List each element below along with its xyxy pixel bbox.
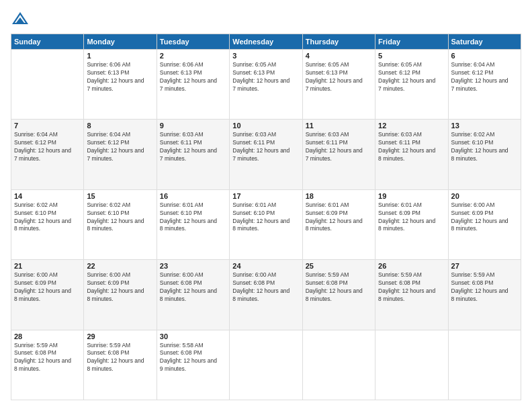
day-cell: 23Sunrise: 6:00 AMSunset: 6:08 PMDayligh… xyxy=(157,260,229,330)
day-info: Sunrise: 5:59 AMSunset: 6:08 PMDaylight:… xyxy=(306,271,372,304)
day-cell: 29Sunrise: 5:59 AMSunset: 6:08 PMDayligh… xyxy=(84,330,157,400)
day-number: 26 xyxy=(378,262,445,270)
day-number: 14 xyxy=(14,192,81,200)
week-row-0: 1Sunrise: 6:06 AMSunset: 6:13 PMDaylight… xyxy=(11,50,521,120)
day-cell: 18Sunrise: 6:01 AMSunset: 6:09 PMDayligh… xyxy=(302,189,375,259)
week-row-3: 21Sunrise: 6:00 AMSunset: 6:09 PMDayligh… xyxy=(11,260,521,330)
day-info: Sunrise: 6:02 AMSunset: 6:10 PMDaylight:… xyxy=(14,201,81,234)
day-info: Sunrise: 6:00 AMSunset: 6:09 PMDaylight:… xyxy=(14,271,81,304)
day-info: Sunrise: 6:00 AMSunset: 6:09 PMDaylight:… xyxy=(451,201,518,234)
day-cell: 10Sunrise: 6:03 AMSunset: 6:11 PMDayligh… xyxy=(230,120,302,189)
day-info: Sunrise: 6:04 AMSunset: 6:12 PMDaylight:… xyxy=(451,61,518,93)
day-number: 18 xyxy=(306,192,372,200)
day-cell: 26Sunrise: 5:59 AMSunset: 6:08 PMDayligh… xyxy=(375,260,448,330)
day-number: 19 xyxy=(378,192,445,200)
day-number: 30 xyxy=(160,332,226,340)
weekday-header-wednesday: Wednesday xyxy=(230,34,302,50)
day-info: Sunrise: 6:00 AMSunset: 6:08 PMDaylight:… xyxy=(160,271,226,304)
day-info: Sunrise: 6:04 AMSunset: 6:12 PMDaylight:… xyxy=(14,131,81,163)
day-cell: 19Sunrise: 6:01 AMSunset: 6:09 PMDayligh… xyxy=(375,189,448,259)
day-cell: 15Sunrise: 6:02 AMSunset: 6:10 PMDayligh… xyxy=(84,189,157,259)
calendar-table: SundayMondayTuesdayWednesdayThursdayFrid… xyxy=(11,34,521,400)
day-number: 13 xyxy=(451,122,518,130)
day-info: Sunrise: 5:59 AMSunset: 6:08 PMDaylight:… xyxy=(378,271,445,304)
day-cell xyxy=(448,330,521,400)
weekday-header-monday: Monday xyxy=(84,34,157,50)
day-info: Sunrise: 6:01 AMSunset: 6:09 PMDaylight:… xyxy=(306,201,372,234)
day-number: 3 xyxy=(232,52,299,60)
day-cell: 20Sunrise: 6:00 AMSunset: 6:09 PMDayligh… xyxy=(448,189,521,259)
day-cell: 6Sunrise: 6:04 AMSunset: 6:12 PMDaylight… xyxy=(448,50,521,120)
day-info: Sunrise: 6:06 AMSunset: 6:13 PMDaylight:… xyxy=(160,61,226,93)
logo-icon xyxy=(11,11,30,27)
day-number: 8 xyxy=(87,122,153,130)
day-info: Sunrise: 6:01 AMSunset: 6:09 PMDaylight:… xyxy=(378,201,445,234)
day-cell: 21Sunrise: 6:00 AMSunset: 6:09 PMDayligh… xyxy=(11,260,84,330)
weekday-header-thursday: Thursday xyxy=(302,34,375,50)
day-cell: 11Sunrise: 6:03 AMSunset: 6:11 PMDayligh… xyxy=(302,120,375,189)
logo xyxy=(11,11,35,27)
day-cell: 14Sunrise: 6:02 AMSunset: 6:10 PMDayligh… xyxy=(11,189,84,259)
day-number: 15 xyxy=(87,192,153,200)
day-number: 10 xyxy=(232,122,299,130)
day-number: 20 xyxy=(451,192,518,200)
day-cell: 4Sunrise: 6:05 AMSunset: 6:13 PMDaylight… xyxy=(302,50,375,120)
day-cell xyxy=(302,330,375,400)
day-number: 4 xyxy=(306,52,372,60)
weekday-header-sunday: Sunday xyxy=(11,34,84,50)
day-info: Sunrise: 6:03 AMSunset: 6:11 PMDaylight:… xyxy=(378,131,445,163)
day-cell: 8Sunrise: 6:04 AMSunset: 6:12 PMDaylight… xyxy=(84,120,157,189)
day-cell: 25Sunrise: 5:59 AMSunset: 6:08 PMDayligh… xyxy=(302,260,375,330)
day-cell: 17Sunrise: 6:01 AMSunset: 6:10 PMDayligh… xyxy=(230,189,302,259)
day-cell xyxy=(375,330,448,400)
day-cell: 13Sunrise: 6:02 AMSunset: 6:10 PMDayligh… xyxy=(448,120,521,189)
day-info: Sunrise: 6:00 AMSunset: 6:09 PMDaylight:… xyxy=(87,271,153,304)
day-cell: 30Sunrise: 5:58 AMSunset: 6:08 PMDayligh… xyxy=(157,330,229,400)
day-info: Sunrise: 6:02 AMSunset: 6:10 PMDaylight:… xyxy=(87,201,153,234)
day-number: 12 xyxy=(378,122,445,130)
day-cell: 16Sunrise: 6:01 AMSunset: 6:10 PMDayligh… xyxy=(157,189,229,259)
day-number: 21 xyxy=(14,262,81,270)
day-info: Sunrise: 6:00 AMSunset: 6:08 PMDaylight:… xyxy=(232,271,299,304)
day-number: 23 xyxy=(160,262,226,270)
day-number: 16 xyxy=(160,192,226,200)
day-info: Sunrise: 6:01 AMSunset: 6:10 PMDaylight:… xyxy=(160,201,226,234)
day-cell: 2Sunrise: 6:06 AMSunset: 6:13 PMDaylight… xyxy=(157,50,229,120)
day-cell: 12Sunrise: 6:03 AMSunset: 6:11 PMDayligh… xyxy=(375,120,448,189)
day-cell xyxy=(11,50,84,120)
weekday-header-row: SundayMondayTuesdayWednesdayThursdayFrid… xyxy=(11,34,521,50)
day-cell: 3Sunrise: 6:05 AMSunset: 6:13 PMDaylight… xyxy=(230,50,302,120)
day-number: 2 xyxy=(160,52,226,60)
day-info: Sunrise: 6:03 AMSunset: 6:11 PMDaylight:… xyxy=(160,131,226,163)
day-info: Sunrise: 6:05 AMSunset: 6:13 PMDaylight:… xyxy=(232,61,299,93)
weekday-header-friday: Friday xyxy=(375,34,448,50)
day-number: 11 xyxy=(306,122,372,130)
weekday-header-tuesday: Tuesday xyxy=(157,34,229,50)
day-info: Sunrise: 5:59 AMSunset: 6:08 PMDaylight:… xyxy=(87,342,153,374)
day-number: 7 xyxy=(14,122,81,130)
day-info: Sunrise: 6:03 AMSunset: 6:11 PMDaylight:… xyxy=(306,131,372,163)
day-number: 5 xyxy=(378,52,445,60)
day-info: Sunrise: 6:04 AMSunset: 6:12 PMDaylight:… xyxy=(87,131,153,163)
day-info: Sunrise: 6:06 AMSunset: 6:13 PMDaylight:… xyxy=(87,61,153,93)
day-number: 9 xyxy=(160,122,226,130)
day-cell: 7Sunrise: 6:04 AMSunset: 6:12 PMDaylight… xyxy=(11,120,84,189)
day-number: 6 xyxy=(451,52,518,60)
day-cell: 5Sunrise: 6:05 AMSunset: 6:12 PMDaylight… xyxy=(375,50,448,120)
day-cell: 9Sunrise: 6:03 AMSunset: 6:11 PMDaylight… xyxy=(157,120,229,189)
day-info: Sunrise: 6:02 AMSunset: 6:10 PMDaylight:… xyxy=(451,131,518,163)
week-row-4: 28Sunrise: 5:59 AMSunset: 6:08 PMDayligh… xyxy=(11,330,521,400)
day-info: Sunrise: 6:03 AMSunset: 6:11 PMDaylight:… xyxy=(232,131,299,163)
day-number: 25 xyxy=(306,262,372,270)
day-info: Sunrise: 5:58 AMSunset: 6:08 PMDaylight:… xyxy=(160,342,226,374)
week-row-1: 7Sunrise: 6:04 AMSunset: 6:12 PMDaylight… xyxy=(11,120,521,189)
weekday-header-saturday: Saturday xyxy=(448,34,521,50)
day-number: 27 xyxy=(451,262,518,270)
day-number: 1 xyxy=(87,52,153,60)
day-number: 29 xyxy=(87,332,153,340)
day-cell: 22Sunrise: 6:00 AMSunset: 6:09 PMDayligh… xyxy=(84,260,157,330)
day-cell: 28Sunrise: 5:59 AMSunset: 6:08 PMDayligh… xyxy=(11,330,84,400)
calendar-page: SundayMondayTuesdayWednesdayThursdayFrid… xyxy=(0,0,532,411)
day-cell: 24Sunrise: 6:00 AMSunset: 6:08 PMDayligh… xyxy=(230,260,302,330)
day-cell: 27Sunrise: 5:59 AMSunset: 6:08 PMDayligh… xyxy=(448,260,521,330)
